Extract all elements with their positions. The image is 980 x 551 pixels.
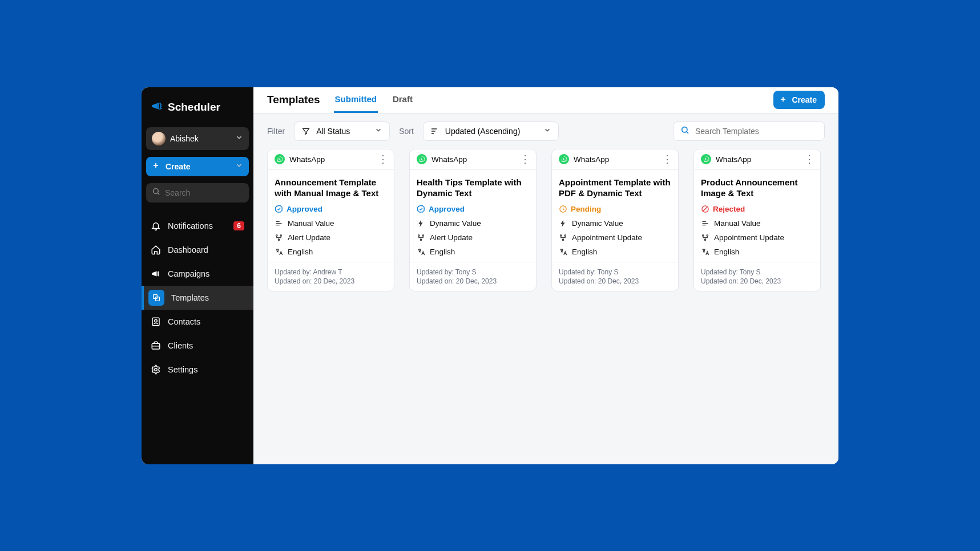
status-icon (559, 205, 567, 213)
template-card[interactable]: WhatsApp ⋮ Appointment Template with PDF… (551, 149, 679, 291)
sidebar-item-notifications[interactable]: Notifications 6 (142, 214, 253, 238)
card-footer: Updated by: Tony S Updated on: 20 Dec, 2… (410, 262, 536, 291)
chevron-down-icon (235, 133, 243, 144)
bell-icon (151, 221, 161, 231)
template-search-input[interactable] (695, 127, 817, 136)
sidebar-search[interactable] (146, 183, 249, 202)
megaphone-icon (151, 269, 161, 279)
category-row: Appointment Update (701, 233, 813, 242)
brand-name: Scheduler (168, 101, 220, 114)
plus-icon (779, 95, 787, 105)
sidebar-item-templates[interactable]: Templates (142, 286, 253, 310)
notifications-badge: 6 (233, 221, 244, 230)
filter-value: All Status (316, 127, 369, 136)
svg-point-6 (155, 368, 158, 371)
sidebar-item-dashboard[interactable]: Dashboard (142, 238, 253, 262)
chevron-down-icon (374, 126, 382, 136)
sidebar-item-label: Campaigns (168, 269, 209, 278)
kebab-menu-icon[interactable]: ⋮ (520, 154, 529, 164)
sort-icon (430, 127, 439, 136)
sidebar-item-label: Settings (168, 365, 197, 374)
tab-draft[interactable]: Draft (392, 87, 414, 113)
card-header: WhatsApp ⋮ (410, 149, 536, 170)
language-icon (701, 248, 709, 256)
value-type-row: Manual Value (701, 219, 813, 228)
status-label: Approved (287, 205, 322, 213)
platform-label: WhatsApp (716, 155, 800, 164)
kebab-menu-icon[interactable]: ⋮ (662, 154, 671, 164)
svg-point-16 (564, 234, 566, 236)
search-icon (680, 125, 689, 137)
sidebar-item-label: Notifications (168, 221, 213, 230)
sort-value: Updated (Ascending) (445, 127, 538, 136)
card-footer: Updated by: Tony S Updated on: 20 Dec, 2… (552, 262, 678, 291)
sidebar-item-label: Clients (168, 341, 193, 350)
filter-status-select[interactable]: All Status (294, 121, 390, 141)
sidebar-item-clients[interactable]: Clients (142, 334, 253, 358)
whatsapp-icon (559, 154, 569, 164)
chevron-down-icon (543, 126, 551, 136)
svg-point-13 (420, 239, 422, 241)
kebab-menu-icon[interactable]: ⋮ (804, 154, 813, 164)
template-search[interactable] (673, 121, 825, 141)
kebab-menu-icon[interactable]: ⋮ (378, 154, 387, 164)
sidebar-item-campaigns[interactable]: Campaigns (142, 262, 253, 286)
language-row: English (559, 248, 671, 256)
create-button-label: Create (792, 95, 817, 104)
category-row: Alert Update (275, 233, 387, 242)
status-icon (417, 205, 425, 213)
search-icon (152, 187, 160, 198)
contact-icon (151, 317, 161, 327)
status-label: Rejected (713, 205, 745, 213)
language-icon (275, 248, 283, 256)
value-type-row: Manual Value (275, 219, 387, 228)
status-label: Pending (571, 205, 601, 213)
home-icon (151, 245, 161, 255)
language-row: English (417, 248, 529, 256)
sidebar-create-button[interactable]: Create (146, 157, 249, 176)
svg-point-20 (707, 234, 708, 236)
svg-point-11 (418, 234, 420, 236)
value-type-icon (417, 219, 425, 228)
status-icon (275, 205, 283, 213)
card-title: Appointment Template with PDF & Dynamic … (559, 177, 671, 199)
platform-label: WhatsApp (431, 155, 515, 164)
template-card[interactable]: WhatsApp ⋮ Health Tips Template with Dyn… (409, 149, 537, 291)
value-type-icon (275, 219, 283, 228)
card-footer: Updated by: Andrew T Updated on: 20 Dec,… (268, 262, 394, 291)
template-card[interactable]: WhatsApp ⋮ Product Announcement Image & … (693, 149, 821, 291)
whatsapp-icon (275, 154, 285, 164)
status-badge: Pending (559, 205, 671, 213)
language-row: English (275, 248, 387, 256)
sort-select[interactable]: Updated (Ascending) (423, 121, 559, 141)
sidebar-item-contacts[interactable]: Contacts (142, 310, 253, 334)
card-header: WhatsApp ⋮ (268, 149, 394, 170)
value-type-icon (701, 219, 709, 228)
sidebar-search-input[interactable] (165, 188, 265, 197)
svg-point-0 (154, 189, 159, 194)
category-icon (417, 233, 425, 242)
svg-point-15 (560, 234, 562, 236)
user-menu[interactable]: Abishek (146, 127, 249, 150)
sidebar-create-label: Create (166, 162, 191, 171)
svg-point-19 (703, 234, 704, 236)
main-panel: Templates Submitted Draft Create Filter … (253, 87, 838, 464)
chevron-down-icon (235, 161, 243, 171)
whatsapp-icon (417, 154, 427, 164)
filter-icon (301, 127, 310, 136)
svg-point-8 (276, 234, 278, 236)
sidebar-item-settings[interactable]: Settings (142, 358, 253, 382)
templates-icon (148, 290, 164, 306)
template-cards: WhatsApp ⋮ Announcement Template with Ma… (253, 149, 838, 305)
card-footer: Updated by: Tony S Updated on: 20 Dec, 2… (694, 262, 820, 291)
template-card[interactable]: WhatsApp ⋮ Announcement Template with Ma… (267, 149, 394, 291)
tab-submitted[interactable]: Submitted (334, 87, 378, 113)
language-icon (417, 248, 425, 256)
status-label: Approved (429, 205, 465, 213)
svg-point-10 (278, 239, 280, 241)
sidebar: Scheduler Abishek Create (142, 87, 253, 464)
card-title: Announcement Template with Manual Image … (275, 177, 387, 199)
category-icon (275, 233, 283, 242)
create-button[interactable]: Create (773, 91, 825, 109)
filter-bar: Filter All Status Sort Updated (Ascendin… (253, 114, 838, 149)
